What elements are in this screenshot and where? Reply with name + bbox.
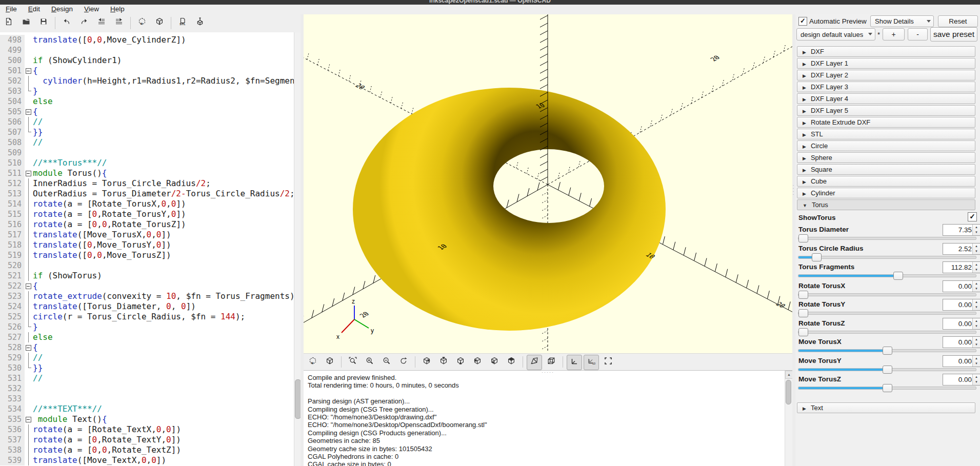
view-back-button[interactable] (504, 355, 519, 370)
code-line[interactable]: 534//***TEXT***// (0, 404, 301, 414)
rotate-torusz-spinbox[interactable]: 0.00▲▼ (943, 318, 980, 330)
code-line[interactable]: 505{ (0, 107, 301, 117)
section-cube[interactable]: ▶Cube (797, 176, 975, 187)
code-line[interactable]: 528{ (0, 342, 301, 353)
remove-preset-button[interactable]: - (908, 28, 928, 40)
move-torusx-slider-handle[interactable] (883, 347, 892, 355)
3d-viewport[interactable]: 10202010202010zxy (304, 14, 792, 353)
spinner-arrows-icon[interactable]: ▲▼ (972, 356, 980, 367)
save-file-button[interactable] (36, 16, 51, 30)
move-torusy-spinbox[interactable]: 0.00▲▼ (943, 355, 980, 367)
preset-dropdown[interactable]: design default values (796, 28, 875, 40)
spinner-arrows-icon[interactable]: ▲▼ (972, 281, 980, 292)
spinner-arrows-icon[interactable]: ▲▼ (972, 244, 980, 254)
details-dropdown[interactable]: Show Details (870, 15, 934, 27)
code-line[interactable]: 527else (0, 332, 301, 342)
code-line[interactable]: 518translate([0,Move_TorusY,0]) (0, 240, 301, 250)
code-line[interactable]: 519translate([0,0,Move_TorusZ]) (0, 250, 301, 260)
section-cylinder[interactable]: ▶Cylinder (797, 188, 975, 198)
fold-marker[interactable] (25, 66, 33, 76)
spinner-arrows-icon[interactable]: ▲▼ (972, 374, 980, 385)
indent-button[interactable] (112, 16, 126, 30)
code-line[interactable]: 500if (ShowCylinder1) (0, 55, 301, 66)
spinner-arrows-icon[interactable]: ▲▼ (972, 299, 980, 310)
unindent-button[interactable] (94, 16, 109, 30)
view-left-button[interactable] (470, 355, 485, 370)
zoom-in-button[interactable] (362, 355, 377, 370)
spinner-arrows-icon[interactable]: ▲▼ (972, 318, 980, 329)
code-line[interactable]: 533 (0, 394, 301, 404)
preview-button[interactable]: » (305, 355, 321, 370)
menu-design[interactable]: Design (46, 5, 78, 13)
code-line[interactable]: 522{ (0, 281, 301, 291)
torus-fragments-spinbox[interactable]: 112.82▲▼ (943, 261, 980, 273)
move-torusy-slider-handle[interactable] (883, 366, 892, 374)
save-preset-button[interactable]: save preset (930, 27, 977, 42)
code-line[interactable]: 539translate([Move_TextX,0,0]) (0, 455, 301, 465)
rotate-torusx-slider-handle[interactable] (798, 291, 808, 299)
render-button[interactable] (322, 355, 337, 370)
spinner-arrows-icon[interactable]: ▲▼ (972, 337, 980, 348)
spinner-arrows-icon[interactable]: ▲▼ (972, 225, 980, 235)
section-dxf[interactable]: ▶DXF (797, 46, 975, 57)
code-line[interactable]: 521if (ShowTorus) (0, 271, 301, 281)
code-line[interactable]: 524translate([Torus_Diameter, 0, 0]) (0, 301, 301, 312)
reset-view-button[interactable] (396, 355, 411, 370)
fold-marker[interactable] (25, 107, 33, 117)
view-right-button[interactable] (419, 355, 434, 370)
move-torusz-slider[interactable] (798, 387, 976, 390)
torus-diameter-spinbox[interactable]: 7.35▲▼ (943, 224, 980, 236)
code-line[interactable]: 523rotate_extrude(convexity = 10, $fn = … (0, 291, 301, 301)
show-axes-button[interactable] (567, 355, 582, 370)
code-line[interactable]: 502 cylinder(h=Height,r1=Radius1,r2=Radi… (0, 76, 301, 86)
zoom-out-button[interactable] (379, 355, 394, 370)
viewport-canvas[interactable]: 10202010202010zxy (304, 14, 792, 353)
code-line[interactable]: 537rotate(a = [0,Rotate_TextY,0]) (0, 435, 301, 445)
code-line[interactable]: 526} (0, 322, 301, 332)
reset-button[interactable]: Reset (938, 15, 978, 27)
section-sphere[interactable]: ▶Sphere (797, 152, 975, 163)
torus-diameter-slider-handle[interactable] (798, 234, 808, 242)
view-top-button[interactable] (436, 355, 451, 370)
preview-button[interactable]: » (135, 16, 149, 30)
code-line[interactable]: 508// (0, 137, 301, 148)
move-torusz-spinbox[interactable]: 0.00▲▼ (943, 374, 980, 386)
code-line[interactable]: 517translate([Move_TorusX,0,0]) (0, 230, 301, 240)
editor-scrollbar[interactable] (294, 32, 301, 466)
redo-button[interactable] (77, 16, 91, 30)
section-circle[interactable]: ▶Circle (797, 140, 975, 151)
code-line[interactable]: 525circle(r = Torus_Circle_Radius, $fn =… (0, 312, 301, 322)
code-line[interactable]: 509 (0, 148, 301, 158)
console-scrollbar[interactable]: ▲ (785, 371, 792, 466)
section-rotate-extrude-dxf[interactable]: ▶Rotate Extrude DXF (797, 117, 975, 128)
new-file-button[interactable] (2, 16, 16, 30)
code-line[interactable]: 516rotate(a = [0,0,Rotate_TorusZ]) (0, 219, 301, 230)
section-text[interactable]: ▶Text (797, 402, 975, 413)
view-front-button[interactable] (487, 355, 502, 370)
menu-view[interactable]: View (78, 5, 105, 13)
section-dxf-layer-1[interactable]: ▶DXF Layer 1 (797, 58, 975, 69)
code-line[interactable]: 510//***Torus***// (0, 158, 301, 168)
showtorus-checkbox[interactable]: ✓ (968, 212, 977, 221)
render-button[interactable] (152, 16, 167, 30)
move-torusz-slider-handle[interactable] (883, 384, 892, 392)
perspective-button[interactable] (527, 355, 542, 370)
move-torusx-slider[interactable] (798, 349, 976, 352)
add-preset-button[interactable]: + (883, 28, 905, 40)
code-line[interactable]: 504else (0, 96, 301, 107)
spinner-arrows-icon[interactable]: ▲▼ (972, 262, 980, 273)
section-torus[interactable]: ▼Torus (797, 199, 975, 210)
open-file-button[interactable] (19, 16, 33, 30)
rotate-torusz-slider[interactable] (798, 331, 976, 334)
torus-circle-radius-slider[interactable] (798, 256, 976, 259)
fold-marker[interactable] (25, 168, 33, 178)
rotate-torusy-slider[interactable] (798, 312, 976, 315)
automatic-preview-checkbox[interactable]: ✓ (798, 17, 807, 26)
code-line[interactable]: 538rotate(a = [0,0,Rotate_TextZ]) (0, 445, 301, 455)
code-line[interactable]: 532 (0, 383, 301, 394)
code-line[interactable]: 506// (0, 117, 301, 127)
code-line[interactable]: 529// (0, 353, 301, 363)
console-panel[interactable]: ····· Compile and preview finished.Total… (304, 370, 792, 466)
console-scroll-up-icon[interactable]: ▲ (785, 371, 792, 379)
code-line[interactable]: 536rotate(a = [Rotate_TextX,0,0]) (0, 424, 301, 435)
